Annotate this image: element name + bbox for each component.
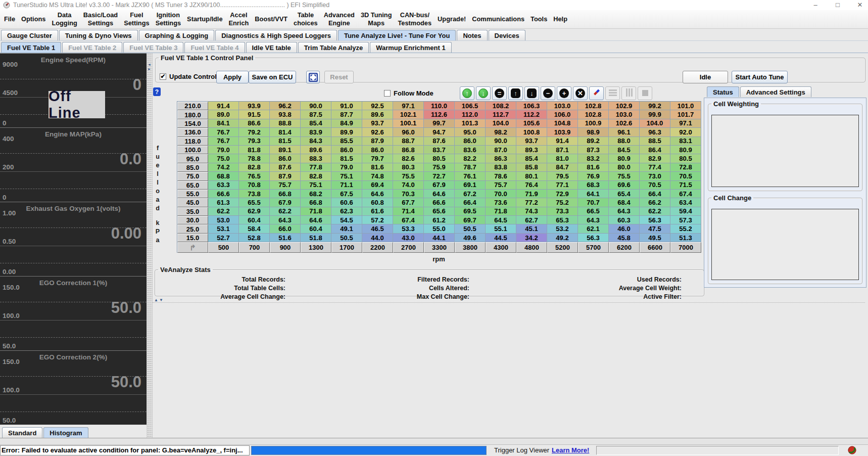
load-header-95.0[interactable]: 95.0 [177, 154, 208, 163]
ve-cell[interactable]: 67.4 [670, 190, 701, 198]
ve-cell[interactable]: 89.0 [208, 110, 239, 119]
clear-cells-icon[interactable]: ✕ [573, 86, 588, 100]
ve-cell[interactable]: 78.8 [239, 154, 270, 163]
ve-cell[interactable]: 66.8 [301, 198, 331, 207]
ve-cell[interactable]: 66.4 [640, 190, 670, 198]
splitter-down-icon[interactable]: ▼ [159, 298, 163, 302]
ve-cell[interactable]: 87.3 [578, 146, 609, 154]
ve-cell[interactable]: 71.8 [301, 207, 331, 216]
ve-cell[interactable]: 80.9 [670, 146, 701, 154]
ve-cell[interactable]: 82.2 [455, 154, 486, 163]
ve-cell[interactable]: 81.6 [578, 163, 609, 172]
ve-cell[interactable]: 80.1 [516, 172, 547, 180]
ve-cell[interactable]: 82.6 [393, 154, 424, 163]
load-header-65.0[interactable]: 65.0 [177, 181, 208, 190]
ve-cell[interactable]: 70.5 [640, 181, 670, 190]
ve-cell[interactable]: 81.5 [331, 154, 362, 163]
ve-cell[interactable]: 98.2 [486, 128, 516, 136]
ve-cell[interactable]: 44.1 [424, 234, 455, 242]
ve-cell[interactable]: 106.5 [455, 102, 486, 110]
tab-fuel-ve-table-1[interactable]: Fuel VE Table 1 [1, 42, 61, 53]
ve-cell[interactable]: 59.4 [670, 207, 701, 216]
close-button[interactable]: ✕ [856, 0, 864, 10]
ve-cell[interactable]: 61.6 [362, 207, 393, 216]
ve-cell[interactable]: 86.6 [239, 119, 270, 128]
load-header-136.0[interactable]: 136.0 [177, 128, 208, 136]
ve-cell[interactable]: 110.0 [424, 102, 455, 110]
ve-cell[interactable]: 46.5 [362, 224, 393, 233]
ve-cell[interactable]: 80.0 [609, 163, 640, 172]
menu-help[interactable]: Help [550, 15, 570, 24]
ve-cell[interactable]: 56.3 [640, 216, 670, 224]
ve-cell[interactable]: 91.5 [239, 110, 270, 119]
ve-cell[interactable]: 78.6 [486, 172, 516, 180]
ve-cell[interactable]: 79.0 [331, 163, 362, 172]
ve-cell[interactable]: 62.7 [516, 216, 547, 224]
ve-cell[interactable]: 53.0 [208, 216, 239, 224]
ve-cell[interactable]: 87.1 [547, 146, 578, 154]
maximize-button[interactable]: □ [834, 0, 842, 10]
rpm-header-5700[interactable]: 5700 [578, 242, 609, 253]
ve-cell[interactable]: 87.6 [270, 163, 301, 172]
tab-diagnostics-high-speed-loggers[interactable]: Diagnostics & High Speed Loggers [215, 30, 337, 40]
ve-cell[interactable]: 67.9 [424, 181, 455, 190]
ve-cell[interactable]: 73.3 [547, 207, 578, 216]
ve-cell[interactable]: 103.9 [547, 128, 578, 136]
gauge-tab-standard[interactable]: Standard [2, 427, 42, 438]
ve-cell[interactable]: 74.8 [362, 172, 393, 180]
ve-cell[interactable]: 34.2 [516, 234, 547, 242]
table-corner-icon[interactable]: ↱ [177, 242, 208, 253]
ve-cell[interactable]: 77.1 [547, 181, 578, 190]
ve-cell[interactable]: 49.1 [331, 224, 362, 233]
ve-cell[interactable]: 75.9 [424, 163, 455, 172]
ve-cell[interactable]: 55.2 [670, 224, 701, 233]
ve-cell[interactable]: 61.2 [424, 216, 455, 224]
ve-cell[interactable]: 92.0 [670, 128, 701, 136]
ve-cell[interactable]: 85.8 [516, 163, 547, 172]
splitter-collapse-arrows[interactable]: ◄ ► [148, 62, 151, 71]
ve-cell[interactable]: 52.7 [208, 234, 239, 242]
ve-cell[interactable]: 77.4 [640, 163, 670, 172]
ve-cell[interactable]: 43.0 [393, 234, 424, 242]
ve-cell[interactable]: 87.0 [486, 146, 516, 154]
ve-cell[interactable]: 72.8 [670, 163, 701, 172]
load-header-35.0[interactable]: 35.0 [177, 207, 208, 216]
ve-cell[interactable]: 102.9 [609, 102, 640, 110]
ve-cell[interactable]: 89.6 [362, 110, 393, 119]
ve-cell[interactable]: 75.1 [301, 181, 331, 190]
ve-cell[interactable]: 100.1 [393, 119, 424, 128]
follow-mode-checkbox[interactable]: Follow Mode [384, 89, 433, 97]
ve-cell[interactable]: 76.4 [516, 181, 547, 190]
ve-cell[interactable]: 94.7 [424, 128, 455, 136]
ve-cell[interactable]: 65.6 [424, 207, 455, 216]
load-header-210.0[interactable]: 210.0 [177, 102, 208, 110]
rpm-header-6600[interactable]: 6600 [640, 242, 670, 253]
decrement-icon[interactable]: − [541, 86, 555, 100]
ve-cell[interactable]: 70.5 [670, 172, 701, 180]
raise-cells-green-icon[interactable]: ↑ [460, 86, 474, 100]
ve-cell[interactable]: 81.8 [239, 146, 270, 154]
ve-cell[interactable]: 66.6 [424, 198, 455, 207]
ve-cell[interactable]: 88.0 [609, 137, 640, 146]
menu-tools[interactable]: Tools [527, 15, 550, 24]
checkbox-unchecked-icon[interactable] [384, 90, 391, 97]
tab-fuel-ve-table-3[interactable]: Fuel VE Table 3 [123, 42, 183, 53]
ve-cell[interactable]: 100.9 [578, 119, 609, 128]
ve-cell[interactable]: 81.4 [270, 128, 301, 136]
ve-cell[interactable]: 51.3 [670, 234, 701, 242]
menu-advanced-engine[interactable]: Advanced Engine [321, 11, 358, 28]
ve-cell[interactable]: 80.5 [670, 154, 701, 163]
ve-cell[interactable]: 86.4 [640, 146, 670, 154]
ve-cell[interactable]: 66.2 [640, 198, 670, 207]
ve-cell[interactable]: 69.6 [609, 181, 640, 190]
ve-cell[interactable]: 112.6 [424, 110, 455, 119]
ve-cell[interactable]: 70.0 [486, 190, 516, 198]
rpm-header-5200[interactable]: 5200 [547, 242, 578, 253]
tab-gauge-cluster[interactable]: Gauge Cluster [1, 30, 58, 40]
load-header-30.0[interactable]: 30.0 [177, 216, 208, 224]
ve-cell[interactable]: 96.2 [270, 102, 301, 110]
menu-data-logging[interactable]: Data Logging [49, 11, 80, 28]
ve-cell[interactable]: 49.5 [640, 234, 670, 242]
ve-cell[interactable]: 63.4 [670, 198, 701, 207]
edit-pencil-icon[interactable] [589, 86, 604, 100]
